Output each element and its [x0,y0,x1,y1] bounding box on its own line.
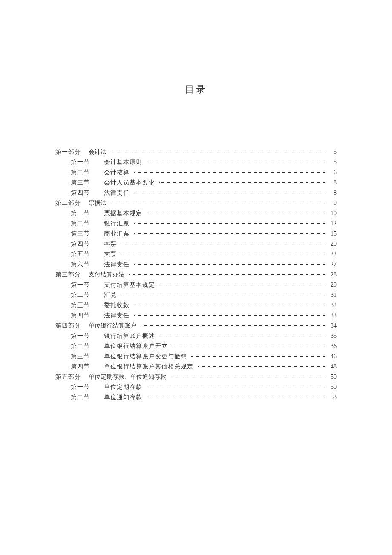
toc-entry: 第六节法律责任27 [55,259,337,270]
toc-entry-label: 第三节 [71,229,104,239]
toc-leader-dots [121,244,325,244]
toc-leader-dots [111,203,325,203]
toc-entry-title: 票据基本规定 [104,208,145,219]
toc-leader-dots [191,356,325,357]
toc-entry: 第二节单位银行结算账户开立36 [55,341,337,351]
toc-entry-label: 第一节 [71,382,104,392]
toc-entry-title: 银行汇票 [104,219,132,229]
toc-entry-title: 单位定期存款 [104,382,145,392]
toc-entry-title: 会计基本原则 [104,157,145,167]
toc-entry-page: 27 [326,259,337,270]
toc-entry-label: 第六节 [71,259,104,270]
toc-entry-page: 5 [326,157,337,167]
toc-entry-page: 50 [326,372,337,382]
toc-entry-title: 支付结算基本规定 [104,280,158,290]
toc-entry-page: 5 [326,147,337,157]
toc-entry-title: 商业汇票 [104,229,132,239]
toc-entry-title: 汇兑 [104,290,119,300]
toc-leader-dots [170,377,325,377]
toc-leader-dots [134,305,325,305]
toc-leader-dots [147,162,325,162]
toc-entry-page: 33 [326,311,337,321]
toc-entry-label: 第五节 [71,249,104,259]
toc-list: 第一部分会计法5第一节会计基本原则5第二节会计核算6第三节会计人员基本要求8第四… [55,147,337,403]
toc-entry-page: 15 [326,229,337,239]
toc-entry-page: 50 [326,382,337,392]
toc-leader-dots [129,274,325,275]
toc-entry-label: 第四部分 [55,321,89,331]
toc-entry-page: 8 [326,178,337,188]
toc-entry-label: 第三节 [71,351,104,362]
toc-entry-title: 单位通知存款 [104,392,145,403]
toc-entry-title: 票据法 [89,198,109,208]
toc-entry: 第四部分单位银行结算账户34 [55,321,337,331]
toc-entry: 第二部分票据法9 [55,198,337,208]
toc-leader-dots [134,315,325,316]
toc-leader-dots [134,233,325,234]
toc-leader-dots [111,152,325,152]
toc-leader-dots [134,193,325,193]
toc-entry-label: 第二节 [71,290,104,300]
toc-entry-title: 支付结算办法 [89,270,127,280]
toc-leader-dots [147,397,325,397]
toc-entry-label: 第一节 [71,280,104,290]
toc-entry-title: 法律责任 [104,311,132,321]
toc-entry: 第四节单位银行结算账户其他相关规定48 [55,362,337,372]
toc-entry-page: 20 [326,239,337,249]
toc-entry-label: 第二节 [71,341,104,351]
toc-entry: 第三节会计人员基本要求8 [55,178,337,188]
toc-entry-label: 第一节 [71,331,104,341]
toc-entry-page: 31 [326,290,337,300]
toc-leader-dots [159,182,325,183]
toc-title: 目录 [55,83,337,96]
toc-entry: 第二节银行汇票12 [55,219,337,229]
toc-entry-page: 8 [326,188,337,198]
toc-entry-page: 10 [326,208,337,219]
toc-entry-title: 法律责任 [104,259,132,270]
toc-leader-dots [147,387,325,387]
toc-entry: 第四节法律责任33 [55,311,337,321]
toc-entry: 第五节支票22 [55,249,337,259]
toc-entry: 第一部分会计法5 [55,147,337,157]
toc-entry: 第一节会计基本原则5 [55,157,337,167]
toc-leader-dots [159,336,325,336]
toc-entry-title: 银行结算账户概述 [104,331,158,341]
toc-entry: 第二节会计核算6 [55,167,337,178]
toc-entry: 第三节商业汇票15 [55,229,337,239]
toc-entry-title: 单位银行结算账户 [89,321,139,331]
toc-leader-dots [172,346,325,346]
toc-leader-dots [134,264,325,265]
toc-entry-label: 第一节 [71,208,104,219]
toc-leader-dots [198,366,325,367]
toc-entry-page: 29 [326,280,337,290]
toc-entry-label: 第四节 [71,362,104,372]
toc-entry-label: 第四节 [71,311,104,321]
toc-entry-title: 支票 [104,249,119,259]
toc-leader-dots [159,285,325,285]
toc-entry-label: 第三部分 [55,270,89,280]
toc-entry-title: 会计人员基本要求 [104,178,158,188]
toc-entry-page: 32 [326,300,337,311]
toc-entry-title: 法律责任 [104,188,132,198]
toc-entry: 第一节单位定期存款50 [55,382,337,392]
toc-leader-dots [147,213,325,213]
toc-entry: 第三节单位银行结算账户变更与撤销46 [55,351,337,362]
toc-leader-dots [134,223,325,224]
toc-entry-page: 34 [326,321,337,331]
toc-entry-label: 第四节 [71,188,104,198]
toc-entry-label: 第三节 [71,300,104,311]
toc-entry-label: 第二部分 [55,198,89,208]
toc-entry-page: 48 [326,362,337,372]
toc-entry: 第五部分单位定期存款、单位通知存款50 [55,372,337,382]
toc-entry-page: 22 [326,249,337,259]
toc-entry-label: 第五部分 [55,372,89,382]
toc-entry-title: 本票 [104,239,119,249]
toc-entry-label: 第一部分 [55,147,89,157]
toc-entry: 第三部分支付结算办法28 [55,270,337,280]
toc-entry-page: 53 [326,392,337,403]
toc-entry-page: 12 [326,219,337,229]
toc-entry: 第四节法律责任8 [55,188,337,198]
toc-entry-page: 46 [326,351,337,362]
toc-entry-label: 第四节 [71,239,104,249]
toc-entry: 第三节委托收款32 [55,300,337,311]
